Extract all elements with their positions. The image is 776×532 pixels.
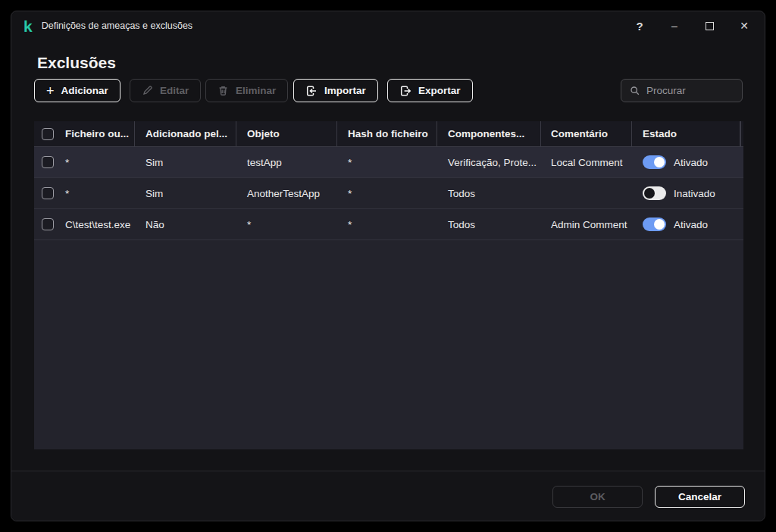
column-header-file: Ficheiro ou... bbox=[61, 121, 135, 146]
column-header-hash: Hash do ficheiro bbox=[337, 121, 437, 146]
search-input[interactable]: Procurar bbox=[621, 79, 743, 102]
export-icon bbox=[399, 85, 411, 97]
header-end-strip bbox=[740, 121, 743, 146]
state-label: Ativado bbox=[674, 219, 708, 230]
ok-button[interactable]: OK bbox=[552, 486, 643, 508]
cell-state: Inativado bbox=[632, 178, 740, 208]
help-button[interactable]: ? bbox=[622, 11, 657, 40]
cell-object: testApp bbox=[236, 147, 337, 177]
import-button[interactable]: Importar bbox=[293, 79, 378, 102]
add-button[interactable]: + Adicionar bbox=[34, 79, 120, 102]
table-header: Ficheiro ou... Adicionado pel... Objeto … bbox=[34, 121, 743, 147]
window-title: Definições de ameaças e exclusões bbox=[42, 20, 192, 31]
select-all-checkbox[interactable] bbox=[42, 128, 54, 140]
trash-icon bbox=[217, 85, 229, 96]
column-header-object: Objeto bbox=[236, 121, 337, 146]
export-button[interactable]: Exportar bbox=[387, 79, 473, 102]
column-header-components: Componentes... bbox=[437, 121, 541, 146]
cell-object: AnotherTestApp bbox=[236, 178, 337, 208]
delete-button[interactable]: Eliminar bbox=[205, 79, 288, 102]
maximize-icon bbox=[706, 22, 714, 30]
cell-hash: * bbox=[337, 209, 437, 239]
close-button[interactable]: ✕ bbox=[727, 11, 762, 40]
footer-bar: OK Cancelar bbox=[11, 471, 765, 521]
app-window: k Definições de ameaças e exclusões ? – … bbox=[11, 11, 765, 521]
cell-object: * bbox=[236, 209, 337, 239]
row-checkbox[interactable] bbox=[42, 218, 54, 230]
search-icon bbox=[630, 86, 640, 96]
column-header-comment: Comentário bbox=[541, 121, 632, 146]
column-header-state: Estado bbox=[632, 121, 740, 146]
cell-file: * bbox=[61, 147, 135, 177]
edit-button[interactable]: Editar bbox=[130, 79, 201, 102]
cell-added-by: Sim bbox=[135, 147, 236, 177]
state-label: Inativado bbox=[674, 188, 715, 199]
window-controls: ? – ✕ bbox=[622, 11, 762, 40]
table-row[interactable]: C\test\test.exe Não * * Todos Admin Comm… bbox=[34, 209, 743, 240]
cell-comment: Local Comment bbox=[541, 147, 632, 177]
minimize-button[interactable]: – bbox=[657, 11, 692, 40]
plus-icon: + bbox=[46, 84, 55, 98]
toggle-knob bbox=[654, 219, 665, 230]
cell-file: C\test\test.exe bbox=[61, 209, 135, 239]
table-row[interactable]: * Sim testApp * Verificação, Prote... Lo… bbox=[34, 147, 743, 178]
select-all-cell bbox=[34, 121, 61, 146]
import-icon bbox=[305, 85, 318, 97]
cell-added-by: Não bbox=[135, 209, 236, 239]
row-checkbox[interactable] bbox=[42, 187, 54, 199]
row-checkbox[interactable] bbox=[42, 156, 54, 168]
state-toggle[interactable] bbox=[643, 186, 666, 200]
cell-comment bbox=[541, 178, 632, 208]
toggle-knob bbox=[644, 188, 655, 199]
title-bar: k Definições de ameaças e exclusões ? – … bbox=[11, 11, 765, 40]
cell-added-by: Sim bbox=[135, 178, 236, 208]
column-header-added-by: Adicionado pel... bbox=[135, 121, 236, 146]
cell-file: * bbox=[61, 178, 135, 208]
cancel-button[interactable]: Cancelar bbox=[655, 486, 745, 508]
cell-hash: * bbox=[337, 178, 437, 208]
state-label: Ativado bbox=[674, 157, 708, 168]
state-toggle[interactable] bbox=[643, 155, 666, 169]
table-row[interactable]: * Sim AnotherTestApp * Todos Inativado bbox=[34, 178, 743, 209]
cell-components: Todos bbox=[437, 209, 541, 239]
cell-hash: * bbox=[337, 147, 437, 177]
cell-components: Verificação, Prote... bbox=[437, 147, 541, 177]
cell-components: Todos bbox=[437, 178, 541, 208]
page-title: Exclusões bbox=[37, 54, 116, 72]
exclusions-table: Ficheiro ou... Adicionado pel... Objeto … bbox=[34, 121, 743, 449]
pencil-icon bbox=[142, 85, 153, 96]
toggle-knob bbox=[654, 157, 665, 167]
kaspersky-logo-icon: k bbox=[23, 18, 32, 34]
maximize-button[interactable] bbox=[692, 11, 727, 40]
state-toggle[interactable] bbox=[643, 217, 666, 231]
search-placeholder: Procurar bbox=[646, 85, 686, 96]
cell-state: Ativado bbox=[632, 147, 740, 177]
cell-comment: Admin Comment bbox=[541, 209, 632, 239]
cell-state: Ativado bbox=[632, 209, 740, 239]
